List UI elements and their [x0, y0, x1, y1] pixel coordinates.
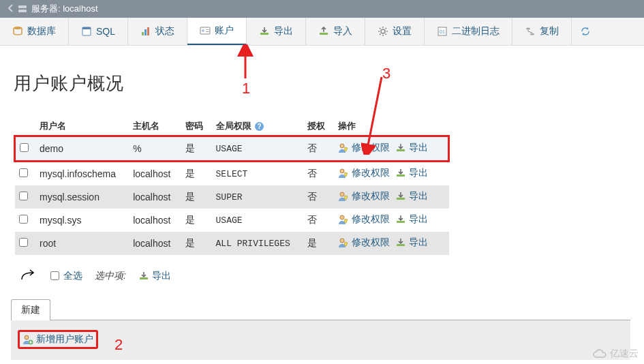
cell-host: localhost	[129, 162, 181, 186]
row-checkbox[interactable]	[19, 168, 28, 177]
arrow-left-icon	[7, 4, 15, 12]
cell-priv: ALL PRIVILEGES	[212, 232, 303, 255]
row-export-link[interactable]: 导出	[395, 213, 428, 226]
row-export-link[interactable]: 导出	[395, 142, 428, 154]
svg-rect-20	[397, 149, 405, 151]
svg-point-2	[14, 27, 22, 29]
select-all[interactable]: 全选	[50, 270, 82, 282]
tab-accounts[interactable]: 账户	[187, 18, 247, 45]
col-global-priv: 全局权限 ?	[212, 116, 303, 136]
cell-action: 修改权限 导出	[334, 185, 449, 209]
cell-priv: USAGE	[212, 209, 303, 232]
export-icon	[395, 237, 406, 248]
help-icon[interactable]: ?	[255, 122, 264, 131]
tab-status[interactable]: 状态	[128, 18, 187, 45]
export-icon	[395, 214, 406, 225]
tab-binlog[interactable]: 01二进制日志	[425, 18, 512, 45]
svg-rect-0	[18, 5, 27, 8]
row-export-link[interactable]: 导出	[395, 237, 428, 249]
svg-point-14	[381, 29, 385, 33]
svg-rect-24	[397, 198, 405, 200]
col-user: 用户名	[35, 116, 129, 136]
export-icon	[138, 271, 149, 282]
select-arrow-icon	[18, 267, 38, 284]
svg-rect-11	[206, 31, 209, 32]
cell-grant: 否	[303, 209, 334, 232]
svg-point-9	[202, 29, 204, 32]
cell-password: 是	[181, 185, 212, 209]
row-checkbox[interactable]	[20, 143, 29, 152]
col-grant: 授权	[303, 116, 334, 136]
cell-user: mysql.session	[35, 185, 129, 209]
status-icon	[140, 26, 151, 37]
export-icon	[395, 168, 406, 179]
import-icon	[318, 26, 329, 37]
refresh-icon	[580, 26, 591, 37]
row-export-link[interactable]: 导出	[395, 167, 428, 179]
tab-import[interactable]: 导入	[306, 18, 365, 45]
edit-priv-link[interactable]: 修改权限	[338, 213, 390, 226]
cell-action: 修改权限 导出	[334, 136, 449, 162]
gear-icon	[378, 26, 388, 37]
svg-point-19	[340, 144, 344, 148]
tab-sql[interactable]: SQL	[69, 18, 128, 45]
export-icon	[259, 26, 270, 37]
tab-settings[interactable]: 设置	[365, 18, 425, 45]
sql-icon	[81, 26, 92, 37]
cell-priv: SUPER	[212, 185, 303, 209]
edit-priv-link[interactable]: 修改权限	[338, 237, 390, 249]
footer-export[interactable]: 导出	[138, 270, 171, 282]
svg-rect-12	[260, 33, 269, 35]
tab-replication[interactable]: 复制	[512, 18, 572, 45]
binlog-icon: 01	[437, 26, 448, 37]
table-footer: 全选 选中项: 导出	[18, 267, 626, 284]
add-user-link[interactable]: 新增用户账户	[18, 330, 98, 349]
edit-priv-link[interactable]: 修改权限	[338, 190, 390, 202]
titlebar: 服务器: localhost	[0, 0, 644, 18]
row-checkbox[interactable]	[19, 238, 28, 247]
page-title: 用户账户概况	[14, 72, 630, 95]
add-user-icon	[22, 334, 33, 345]
table-row: mysql.sessionlocalhost是SUPER否 修改权限 导出	[15, 185, 449, 209]
cell-host: %	[129, 136, 181, 162]
cell-host: localhost	[129, 185, 181, 209]
select-all-checkbox[interactable]	[50, 271, 59, 280]
tab-database[interactable]: 数据库	[0, 18, 69, 45]
col-host: 主机名	[129, 116, 181, 136]
edit-priv-link[interactable]: 修改权限	[338, 167, 390, 179]
col-checkbox	[15, 116, 36, 136]
titlebar-icons	[7, 4, 27, 14]
row-export-link[interactable]: 导出	[395, 190, 428, 202]
tab-more[interactable]	[572, 18, 599, 45]
tab-export[interactable]: 导出	[247, 18, 306, 45]
col-password: 密码	[181, 116, 212, 136]
cell-password: 是	[181, 162, 212, 186]
replication-icon	[525, 26, 536, 37]
svg-rect-4	[82, 27, 91, 29]
edit-priv-icon	[338, 168, 349, 179]
edit-priv-link[interactable]: 修改权限	[338, 142, 390, 154]
svg-point-30	[25, 335, 29, 339]
cell-grant: 否	[303, 136, 334, 162]
new-section-title: 新建	[11, 299, 50, 320]
svg-rect-7	[147, 27, 149, 35]
svg-rect-10	[206, 29, 209, 30]
row-checkbox[interactable]	[19, 192, 28, 200]
cell-user: demo	[35, 136, 129, 162]
cell-grant: 否	[303, 185, 334, 209]
cell-grant: 是	[303, 232, 334, 255]
cell-user: root	[35, 232, 129, 255]
row-checkbox[interactable]	[19, 215, 28, 224]
cloud-icon	[592, 348, 607, 359]
export-icon	[395, 142, 406, 153]
watermark: 亿速云	[592, 348, 639, 360]
cell-grant: 否	[303, 162, 334, 186]
accounts-icon	[200, 25, 211, 36]
svg-rect-5	[142, 32, 144, 35]
svg-rect-26	[397, 221, 405, 223]
svg-point-21	[340, 169, 344, 173]
export-icon	[395, 191, 406, 202]
edit-priv-icon	[338, 237, 349, 248]
col-action: 操作	[334, 116, 449, 136]
svg-rect-13	[320, 33, 328, 35]
